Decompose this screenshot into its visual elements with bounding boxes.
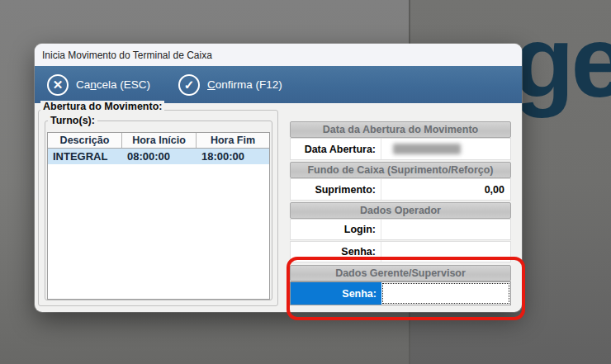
row-login: Login: xyxy=(290,219,511,240)
cancel-button[interactable]: ✕ Cancela (ESC) xyxy=(47,74,150,96)
section-header-data-abertura: Data da Abertura do Movimento xyxy=(290,121,511,138)
table-row-selected[interactable]: INTEGRAL 08:00:00 18:00:00 xyxy=(48,149,269,164)
data-abertura-value xyxy=(381,139,510,159)
turnos-table-header: Descrição Hora Início Hora Fim xyxy=(48,133,269,149)
cancel-circle-x-icon: ✕ xyxy=(47,74,69,96)
dialog-titlebar: Inicia Movimento do Terminal de Caixa xyxy=(35,44,522,66)
dialog-title: Inicia Movimento do Terminal de Caixa xyxy=(42,50,212,61)
section-header-dados-operador: Dados Operador xyxy=(290,202,511,219)
column-header-hora-fim: Hora Fim xyxy=(197,133,269,148)
section-header-fundo-caixa: Fundo de Caixa (Suprimento/Reforço) xyxy=(290,162,511,178)
suprimento-field[interactable]: 0,00 xyxy=(381,179,510,200)
red-highlight-annotation xyxy=(287,257,525,320)
row-suprimento: Suprimento: 0,00 xyxy=(290,178,511,201)
suprimento-label: Suprimento: xyxy=(291,179,381,200)
cell-hora-fim: 18:00:00 xyxy=(197,149,269,164)
suprimento-value: 0,00 xyxy=(381,184,510,196)
toolbar: ✕ Cancela (ESC) ✓ Confirma (F12) xyxy=(35,66,522,103)
data-abertura-label: Data Abertura: xyxy=(291,139,381,159)
desktop-screen: ge Inicia Movimento do Terminal de Caixa… xyxy=(0,0,611,364)
confirm-button[interactable]: ✓ Confirma (F12) xyxy=(178,74,282,96)
confirm-button-label: Confirma (F12) xyxy=(207,78,282,91)
cell-descricao: INTEGRAL xyxy=(48,149,122,164)
row-data-abertura: Data Abertura: xyxy=(290,138,511,160)
confirm-check-icon: ✓ xyxy=(178,74,200,96)
column-header-descricao: Descrição xyxy=(48,133,122,148)
cell-hora-inicio: 08:00:00 xyxy=(122,149,197,164)
login-field[interactable] xyxy=(381,220,510,239)
brand-logo-text: ge xyxy=(513,7,611,117)
turnos-table: Descrição Hora Início Hora Fim INTEGRAL … xyxy=(47,132,270,300)
column-header-hora-inicio: Hora Início xyxy=(122,133,197,148)
abertura-groupbox-label: Abertura do Movimento: xyxy=(40,101,164,112)
turnos-groupbox-label: Turno(s): xyxy=(48,115,97,126)
login-label: Login: xyxy=(291,220,381,239)
data-abertura-value-redacted xyxy=(393,144,461,154)
cancel-button-label: Cancela (ESC) xyxy=(76,78,150,91)
